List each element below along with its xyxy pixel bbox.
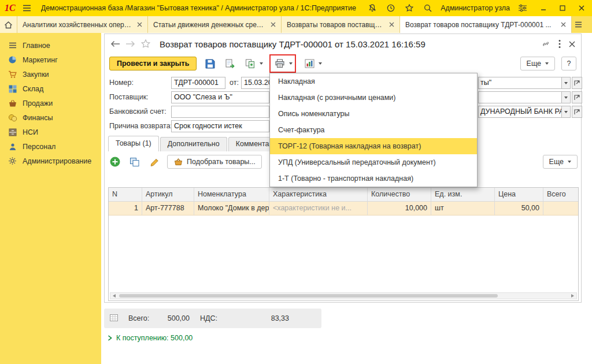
- history-icon[interactable]: [385, 2, 397, 14]
- print-button[interactable]: [269, 54, 296, 73]
- supplier-input[interactable]: ООО "Слеза и Ъ": [171, 91, 269, 103]
- close-document-icon[interactable]: [569, 41, 575, 47]
- cell-n[interactable]: 1: [109, 202, 142, 215]
- tab-close-icon[interactable]: [389, 22, 394, 27]
- combo-dropdown-button[interactable]: [561, 77, 571, 89]
- titlebar-actions: Администратор узла: [367, 2, 587, 14]
- sidebar-item-warehouse[interactable]: Склад: [0, 81, 101, 96]
- sidebar-item-sales[interactable]: Продажи: [0, 96, 101, 110]
- add-row-icon[interactable]: [108, 155, 122, 169]
- cell-characteristic[interactable]: <характеристики не и...: [269, 202, 368, 215]
- home-button[interactable]: [0, 16, 17, 33]
- right-field-1[interactable]: ты": [478, 77, 582, 89]
- right-field-2-value[interactable]: [478, 91, 561, 103]
- user-settings-sliders-icon[interactable]: [517, 2, 528, 14]
- edit-pencil-icon[interactable]: [147, 155, 161, 169]
- tab-close-icon[interactable]: [561, 22, 566, 27]
- maximize-icon[interactable]: [557, 2, 568, 14]
- sidebar-item-marketing[interactable]: Маркетинг: [0, 53, 101, 67]
- cell-unit[interactable]: шт: [431, 202, 495, 215]
- create-based-on-button[interactable]: [243, 57, 263, 70]
- tab-additional[interactable]: Дополнительно: [160, 137, 227, 151]
- sidebar-item-staff[interactable]: Персонал: [0, 139, 101, 154]
- horizontal-scrollbar[interactable]: [110, 292, 577, 299]
- receipt-link[interactable]: К поступлению: 500,00: [108, 334, 193, 342]
- minimize-icon[interactable]: [538, 2, 549, 14]
- tab-list-icon[interactable]: [572, 16, 584, 33]
- menu-item-torg12[interactable]: ТОРГ-12 (Товарная накладная на возврат): [270, 138, 477, 154]
- cell-nomenclature[interactable]: Молоко "Домик в дер...: [194, 202, 269, 215]
- totals-grid-icon[interactable]: [110, 314, 118, 323]
- menu-item-opis[interactable]: Опись номенклатуры: [270, 106, 477, 122]
- basket-icon: [8, 98, 17, 108]
- menu-item-nakladnaya-retail[interactable]: Накладная (с розничными ценами): [270, 90, 477, 106]
- cell-price[interactable]: 50,00: [495, 202, 543, 215]
- save-icon[interactable]: [203, 57, 217, 70]
- cell-article[interactable]: Арт-777788: [142, 202, 194, 215]
- more-button[interactable]: Еще: [520, 57, 555, 70]
- right-field-3-value[interactable]: ДУНАРОДНЫЙ БАНК РА: [478, 106, 561, 118]
- right-field-2[interactable]: [478, 91, 582, 103]
- right-field-1-value[interactable]: ты": [478, 77, 561, 89]
- scroll-left-arrow-icon[interactable]: [113, 294, 116, 298]
- tab-close-icon[interactable]: [137, 22, 142, 27]
- col-header-unit[interactable]: Ед. изм.: [431, 188, 495, 201]
- return-reason-input[interactable]: Срок годности истек: [171, 120, 269, 132]
- number-input[interactable]: ТДРТ-000001: [171, 77, 225, 89]
- current-user-label[interactable]: Администратор узла: [441, 4, 510, 12]
- col-header-total[interactable]: Всего: [543, 188, 578, 201]
- menu-item-nakladnaya[interactable]: Накладная: [270, 73, 477, 90]
- combo-dropdown-button[interactable]: [561, 106, 571, 118]
- reports-button[interactable]: [302, 57, 322, 70]
- close-window-icon[interactable]: [576, 2, 587, 14]
- forward-button[interactable]: [125, 40, 135, 47]
- col-header-characteristic[interactable]: Характеристика: [269, 188, 368, 201]
- back-button[interactable]: [110, 40, 120, 47]
- post-and-close-button[interactable]: Провести и закрыть: [109, 57, 197, 70]
- post-document-icon[interactable]: [223, 57, 237, 70]
- col-header-quantity[interactable]: Количество: [368, 188, 431, 201]
- sidebar-item-main[interactable]: Главное: [0, 38, 101, 53]
- cell-total[interactable]: [543, 202, 578, 215]
- tab-cash-flow-items[interactable]: Статьи движения денежных средств: [148, 16, 282, 33]
- open-item-button[interactable]: [572, 106, 582, 118]
- cell-quantity[interactable]: 10,000: [368, 202, 431, 215]
- table-row[interactable]: 1 Арт-777788 Молоко "Домик в дер... <хар…: [109, 202, 578, 216]
- combo-dropdown-button[interactable]: [561, 91, 571, 103]
- tab-analytics[interactable]: Аналитики хозяйственных операций: [17, 16, 148, 33]
- get-link-icon[interactable]: [541, 39, 550, 49]
- sidebar-item-administration[interactable]: Администрирование: [0, 154, 101, 168]
- notifications-bell-icon[interactable]: [367, 2, 378, 14]
- receipt-link-label: К поступлению: 500,00: [116, 334, 193, 342]
- help-button[interactable]: ?: [561, 57, 576, 70]
- col-header-nomenclature[interactable]: Номенклатура: [194, 188, 269, 201]
- sidebar-item-nsi[interactable]: НСИ: [0, 125, 101, 139]
- tab-return-document[interactable]: Возврат товаров поставщику ТДРТ-000001 .…: [400, 16, 572, 33]
- copy-row-icon[interactable]: [128, 155, 142, 169]
- search-icon[interactable]: [422, 2, 434, 14]
- col-header-n[interactable]: N: [109, 188, 142, 201]
- sidebar-item-finance[interactable]: Финансы: [0, 110, 101, 125]
- favorites-star-icon[interactable]: [404, 2, 415, 14]
- menu-item-1t[interactable]: 1-Т (Товарно - транспортная накладная): [270, 170, 477, 187]
- more-vertical-dots-icon[interactable]: [558, 39, 561, 49]
- tab-close-icon[interactable]: [271, 22, 276, 27]
- scrollbar-thumb[interactable]: [119, 294, 498, 298]
- favorite-star-icon[interactable]: [140, 39, 151, 49]
- scroll-right-arrow-icon[interactable]: [571, 294, 574, 298]
- main-menu-hamburger-icon[interactable]: [21, 2, 33, 14]
- menu-item-schet-faktura[interactable]: Счет-фактура: [270, 122, 477, 138]
- open-item-button[interactable]: [572, 91, 582, 103]
- menu-item-upd[interactable]: УПД (Универсальный передаточный документ…: [270, 154, 477, 170]
- items-more-button[interactable]: Еще: [543, 155, 578, 169]
- document-panel: Возврат товаров поставщику ТДРТ-000001 о…: [104, 34, 582, 303]
- sidebar-item-purchases[interactable]: Закупки: [0, 67, 101, 81]
- col-header-price[interactable]: Цена: [495, 188, 543, 201]
- tab-goods[interactable]: Товары (1): [108, 136, 159, 151]
- pick-goods-button[interactable]: Подобрать товары...: [167, 155, 262, 169]
- tab-returns-list[interactable]: Возвраты товаров поставщикам: [282, 16, 400, 33]
- open-item-button[interactable]: [572, 77, 582, 89]
- right-field-3[interactable]: ДУНАРОДНЫЙ БАНК РА: [478, 106, 582, 118]
- bank-account-input[interactable]: [171, 106, 269, 118]
- col-header-article[interactable]: Артикул: [142, 188, 194, 201]
